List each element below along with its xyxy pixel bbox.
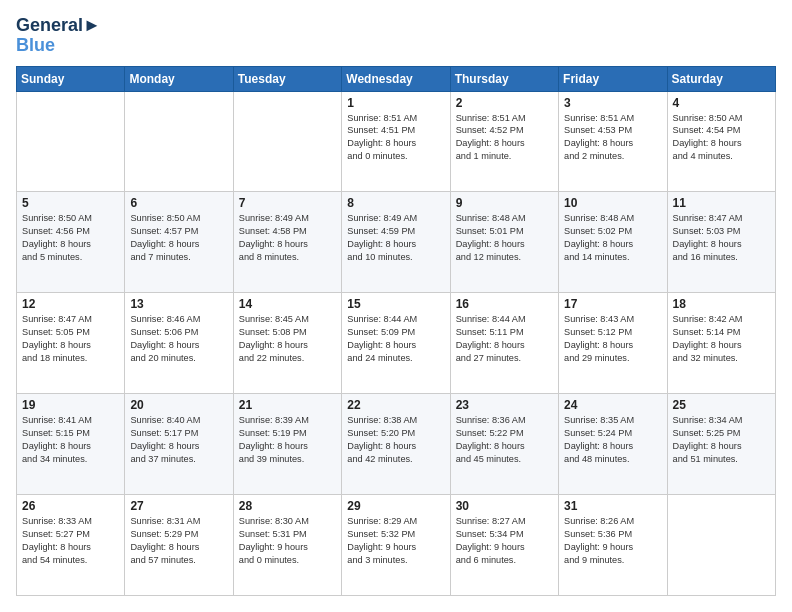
calendar-day-header: Tuesday <box>233 66 341 91</box>
cell-content: Sunrise: 8:41 AM Sunset: 5:15 PM Dayligh… <box>22 414 119 466</box>
day-number: 8 <box>347 196 444 210</box>
calendar-cell: 13Sunrise: 8:46 AM Sunset: 5:06 PM Dayli… <box>125 293 233 394</box>
cell-content: Sunrise: 8:29 AM Sunset: 5:32 PM Dayligh… <box>347 515 444 567</box>
calendar-cell: 11Sunrise: 8:47 AM Sunset: 5:03 PM Dayli… <box>667 192 775 293</box>
calendar-cell: 2Sunrise: 8:51 AM Sunset: 4:52 PM Daylig… <box>450 91 558 192</box>
calendar-cell: 31Sunrise: 8:26 AM Sunset: 5:36 PM Dayli… <box>559 495 667 596</box>
day-number: 28 <box>239 499 336 513</box>
cell-content: Sunrise: 8:31 AM Sunset: 5:29 PM Dayligh… <box>130 515 227 567</box>
calendar-day-header: Friday <box>559 66 667 91</box>
cell-content: Sunrise: 8:49 AM Sunset: 4:58 PM Dayligh… <box>239 212 336 264</box>
calendar-cell: 3Sunrise: 8:51 AM Sunset: 4:53 PM Daylig… <box>559 91 667 192</box>
day-number: 16 <box>456 297 553 311</box>
day-number: 27 <box>130 499 227 513</box>
day-number: 25 <box>673 398 770 412</box>
cell-content: Sunrise: 8:36 AM Sunset: 5:22 PM Dayligh… <box>456 414 553 466</box>
cell-content: Sunrise: 8:51 AM Sunset: 4:51 PM Dayligh… <box>347 112 444 164</box>
cell-content: Sunrise: 8:47 AM Sunset: 5:03 PM Dayligh… <box>673 212 770 264</box>
cell-content: Sunrise: 8:45 AM Sunset: 5:08 PM Dayligh… <box>239 313 336 365</box>
cell-content: Sunrise: 8:43 AM Sunset: 5:12 PM Dayligh… <box>564 313 661 365</box>
cell-content: Sunrise: 8:50 AM Sunset: 4:57 PM Dayligh… <box>130 212 227 264</box>
calendar-cell <box>17 91 125 192</box>
day-number: 5 <box>22 196 119 210</box>
calendar-cell: 4Sunrise: 8:50 AM Sunset: 4:54 PM Daylig… <box>667 91 775 192</box>
calendar-week-row: 1Sunrise: 8:51 AM Sunset: 4:51 PM Daylig… <box>17 91 776 192</box>
calendar-cell: 19Sunrise: 8:41 AM Sunset: 5:15 PM Dayli… <box>17 394 125 495</box>
day-number: 13 <box>130 297 227 311</box>
calendar-cell: 15Sunrise: 8:44 AM Sunset: 5:09 PM Dayli… <box>342 293 450 394</box>
calendar-day-header: Wednesday <box>342 66 450 91</box>
cell-content: Sunrise: 8:47 AM Sunset: 5:05 PM Dayligh… <box>22 313 119 365</box>
day-number: 26 <box>22 499 119 513</box>
calendar-cell <box>125 91 233 192</box>
page: General► Blue SundayMondayTuesdayWednesd… <box>0 0 792 612</box>
cell-content: Sunrise: 8:48 AM Sunset: 5:01 PM Dayligh… <box>456 212 553 264</box>
cell-content: Sunrise: 8:26 AM Sunset: 5:36 PM Dayligh… <box>564 515 661 567</box>
cell-content: Sunrise: 8:49 AM Sunset: 4:59 PM Dayligh… <box>347 212 444 264</box>
calendar-cell: 26Sunrise: 8:33 AM Sunset: 5:27 PM Dayli… <box>17 495 125 596</box>
calendar-cell: 1Sunrise: 8:51 AM Sunset: 4:51 PM Daylig… <box>342 91 450 192</box>
calendar-cell: 7Sunrise: 8:49 AM Sunset: 4:58 PM Daylig… <box>233 192 341 293</box>
calendar-week-row: 19Sunrise: 8:41 AM Sunset: 5:15 PM Dayli… <box>17 394 776 495</box>
calendar-day-header: Saturday <box>667 66 775 91</box>
cell-content: Sunrise: 8:48 AM Sunset: 5:02 PM Dayligh… <box>564 212 661 264</box>
logo: General► Blue <box>16 16 101 56</box>
day-number: 3 <box>564 96 661 110</box>
cell-content: Sunrise: 8:50 AM Sunset: 4:54 PM Dayligh… <box>673 112 770 164</box>
calendar-cell: 18Sunrise: 8:42 AM Sunset: 5:14 PM Dayli… <box>667 293 775 394</box>
day-number: 10 <box>564 196 661 210</box>
day-number: 12 <box>22 297 119 311</box>
day-number: 31 <box>564 499 661 513</box>
day-number: 2 <box>456 96 553 110</box>
day-number: 30 <box>456 499 553 513</box>
day-number: 1 <box>347 96 444 110</box>
calendar-cell: 22Sunrise: 8:38 AM Sunset: 5:20 PM Dayli… <box>342 394 450 495</box>
calendar-cell: 8Sunrise: 8:49 AM Sunset: 4:59 PM Daylig… <box>342 192 450 293</box>
calendar-cell: 29Sunrise: 8:29 AM Sunset: 5:32 PM Dayli… <box>342 495 450 596</box>
day-number: 23 <box>456 398 553 412</box>
calendar-cell <box>667 495 775 596</box>
calendar-cell: 17Sunrise: 8:43 AM Sunset: 5:12 PM Dayli… <box>559 293 667 394</box>
cell-content: Sunrise: 8:50 AM Sunset: 4:56 PM Dayligh… <box>22 212 119 264</box>
logo-blue: Blue <box>16 36 55 56</box>
cell-content: Sunrise: 8:44 AM Sunset: 5:11 PM Dayligh… <box>456 313 553 365</box>
calendar-cell: 20Sunrise: 8:40 AM Sunset: 5:17 PM Dayli… <box>125 394 233 495</box>
calendar-cell: 28Sunrise: 8:30 AM Sunset: 5:31 PM Dayli… <box>233 495 341 596</box>
cell-content: Sunrise: 8:44 AM Sunset: 5:09 PM Dayligh… <box>347 313 444 365</box>
day-number: 21 <box>239 398 336 412</box>
day-number: 29 <box>347 499 444 513</box>
cell-content: Sunrise: 8:34 AM Sunset: 5:25 PM Dayligh… <box>673 414 770 466</box>
cell-content: Sunrise: 8:30 AM Sunset: 5:31 PM Dayligh… <box>239 515 336 567</box>
cell-content: Sunrise: 8:33 AM Sunset: 5:27 PM Dayligh… <box>22 515 119 567</box>
calendar-cell: 6Sunrise: 8:50 AM Sunset: 4:57 PM Daylig… <box>125 192 233 293</box>
cell-content: Sunrise: 8:40 AM Sunset: 5:17 PM Dayligh… <box>130 414 227 466</box>
calendar-cell: 9Sunrise: 8:48 AM Sunset: 5:01 PM Daylig… <box>450 192 558 293</box>
calendar-week-row: 12Sunrise: 8:47 AM Sunset: 5:05 PM Dayli… <box>17 293 776 394</box>
cell-content: Sunrise: 8:27 AM Sunset: 5:34 PM Dayligh… <box>456 515 553 567</box>
calendar-header-row: SundayMondayTuesdayWednesdayThursdayFrid… <box>17 66 776 91</box>
calendar-cell <box>233 91 341 192</box>
cell-content: Sunrise: 8:42 AM Sunset: 5:14 PM Dayligh… <box>673 313 770 365</box>
day-number: 7 <box>239 196 336 210</box>
calendar: SundayMondayTuesdayWednesdayThursdayFrid… <box>16 66 776 596</box>
day-number: 15 <box>347 297 444 311</box>
calendar-week-row: 5Sunrise: 8:50 AM Sunset: 4:56 PM Daylig… <box>17 192 776 293</box>
day-number: 6 <box>130 196 227 210</box>
day-number: 11 <box>673 196 770 210</box>
calendar-day-header: Monday <box>125 66 233 91</box>
day-number: 22 <box>347 398 444 412</box>
cell-content: Sunrise: 8:51 AM Sunset: 4:53 PM Dayligh… <box>564 112 661 164</box>
calendar-cell: 27Sunrise: 8:31 AM Sunset: 5:29 PM Dayli… <box>125 495 233 596</box>
day-number: 4 <box>673 96 770 110</box>
calendar-cell: 5Sunrise: 8:50 AM Sunset: 4:56 PM Daylig… <box>17 192 125 293</box>
cell-content: Sunrise: 8:51 AM Sunset: 4:52 PM Dayligh… <box>456 112 553 164</box>
calendar-cell: 10Sunrise: 8:48 AM Sunset: 5:02 PM Dayli… <box>559 192 667 293</box>
cell-content: Sunrise: 8:46 AM Sunset: 5:06 PM Dayligh… <box>130 313 227 365</box>
calendar-cell: 14Sunrise: 8:45 AM Sunset: 5:08 PM Dayli… <box>233 293 341 394</box>
day-number: 9 <box>456 196 553 210</box>
day-number: 14 <box>239 297 336 311</box>
day-number: 24 <box>564 398 661 412</box>
day-number: 19 <box>22 398 119 412</box>
cell-content: Sunrise: 8:39 AM Sunset: 5:19 PM Dayligh… <box>239 414 336 466</box>
header: General► Blue <box>16 16 776 56</box>
